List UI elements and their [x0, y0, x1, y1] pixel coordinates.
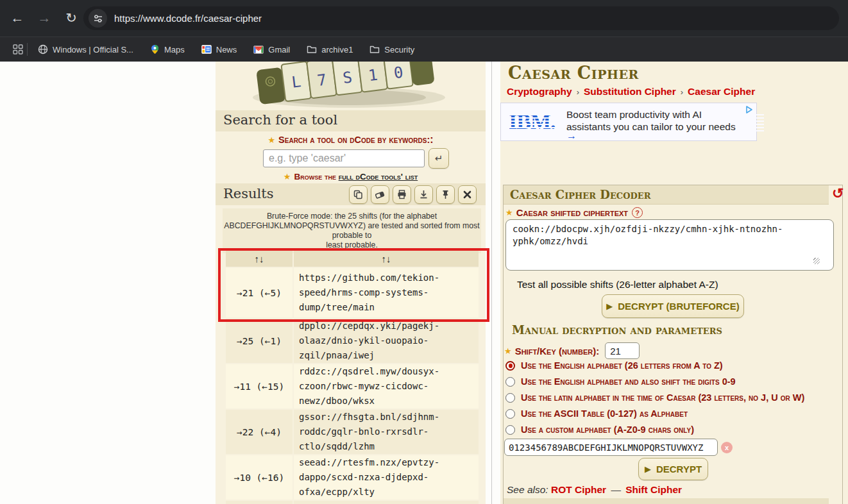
clear-icon[interactable]: x	[721, 442, 733, 453]
bookmark-archive1[interactable]: archive1	[307, 45, 353, 55]
tools-list-link[interactable]: full dCode tools' list	[339, 172, 418, 181]
shift-value: →25 (←1)	[226, 319, 293, 363]
radio-option[interactable]: Use a custom alphabet (A-Z0-9 chars only…	[505, 424, 804, 435]
search-section-header: Search for a tool	[216, 110, 486, 131]
back-icon[interactable]: ←	[8, 8, 27, 28]
bookmark-label: archive1	[321, 45, 353, 55]
radio-label: Use the English alphabet (26 letters fro…	[521, 360, 723, 371]
close-icon	[463, 190, 471, 199]
download-icon	[419, 190, 428, 199]
search-row: ↵	[263, 148, 449, 169]
bookmark-news[interactable]: News	[201, 45, 237, 55]
decoded-text: dpplo://cepdqx.yki/pagekj- olaaz/dnio-yk…	[294, 319, 479, 363]
radio-label: Use the latin alphabet in the time of Ca…	[521, 392, 804, 403]
address-bar[interactable]: https://www.dcode.fr/caesar-cipher	[83, 6, 839, 30]
shift-value: →11 (←15)	[226, 364, 293, 408]
bookmark-label: Gmail	[268, 45, 290, 55]
decrypt-bruteforce-button[interactable]: ▶ DECRYPT (BRUTEFORCE)	[602, 294, 744, 318]
bookmark-label: Security	[384, 45, 414, 55]
site-settings-icon[interactable]	[89, 9, 107, 28]
bookmark-windows[interactable]: Windows | Official S...	[38, 44, 133, 55]
radio-option[interactable]: Use the English alphabet (26 letters fro…	[505, 360, 804, 371]
star-icon: ★	[284, 172, 291, 181]
download-button[interactable]	[414, 185, 433, 204]
see-also-separator: —	[611, 484, 621, 495]
results-section-header: Results	[216, 183, 486, 205]
radio-option[interactable]: Use the latin alphabet in the time of Ca…	[505, 392, 804, 403]
bookmark-security[interactable]: Security	[369, 45, 414, 55]
ciphertext-textarea[interactable]: cookn://bdocpw.xjh/ozfdji-nkzzy/cmhn-xjh…	[505, 219, 834, 271]
bookmarks-separator	[27, 43, 28, 56]
radio-icon[interactable]	[505, 425, 515, 435]
star-icon: ★	[505, 208, 513, 217]
play-icon: ▶	[645, 464, 651, 474]
decoder-header: Caesar Cipher Decoder	[504, 185, 829, 205]
reset-icon[interactable]: ↺	[832, 185, 844, 202]
copy-icon	[353, 190, 363, 199]
breadcrumb-link[interactable]: Caesar Cipher	[688, 86, 755, 97]
breadcrumb-link[interactable]: Cryptography	[507, 86, 572, 97]
radio-selected-icon[interactable]	[505, 361, 515, 371]
decoded-text: pbbxa://oqbpcj.kwu/bmsqwv- axmml/pzua-kw…	[294, 501, 479, 504]
forward-icon[interactable]: →	[35, 8, 54, 28]
ad-arrow-link[interactable]: →	[566, 130, 577, 142]
print-icon	[397, 190, 407, 199]
pin-button[interactable]	[436, 185, 455, 204]
reload-icon[interactable]: ↻	[62, 8, 81, 28]
table-row: →25 (←1) dpplo://cepdqx.yki/pagekj- olaa…	[226, 319, 479, 363]
shift-value: →22 (←4)	[226, 410, 293, 454]
bruteforce-info: Brute-Force mode: the 25 shifts (for the…	[223, 208, 481, 253]
pin-icon	[441, 190, 450, 199]
breadcrumb: Cryptography › Substitution Cipher › Cae…	[507, 86, 755, 97]
caesar-wheel-image: L 7 S 1 0	[233, 62, 464, 109]
url-text[interactable]: https://www.dcode.fr/caesar-cipher	[114, 6, 262, 30]
test-shifts-text: Test all possible shifts (26-letter alph…	[517, 279, 718, 290]
column-divider	[491, 62, 492, 504]
play-icon: ▶	[606, 301, 613, 311]
search-submit-button[interactable]: ↵	[428, 148, 449, 169]
manual-heading: Manual decryption and parameters	[512, 323, 722, 337]
page-title: Caesar Cipher	[508, 63, 639, 83]
shift-key-input[interactable]	[605, 342, 640, 359]
star-icon: ★	[504, 346, 512, 356]
help-icon[interactable]: ?	[632, 207, 643, 218]
custom-alphabet-row: x	[504, 439, 733, 456]
adchoices-icon[interactable]	[745, 105, 754, 114]
table-row: →22 (←4) gssor://fhsgta.bnl/sdjhnm- rodd…	[226, 410, 479, 454]
decoded-text: gssor://fhsgta.bnl/sdjhnm- roddc/gqlr-bn…	[294, 410, 479, 454]
shift-key-row: ★ Shift/Key (number):	[504, 342, 640, 359]
ciphertext-label: Caesar shifted ciphertext	[516, 207, 628, 218]
eraser-button[interactable]	[371, 185, 389, 204]
radio-icon[interactable]	[505, 377, 515, 387]
print-button[interactable]	[393, 185, 411, 204]
apps-grid-icon[interactable]	[13, 44, 23, 55]
alphabet-options: Use the English alphabet (26 letters fro…	[505, 360, 804, 441]
shift-value: →13 (←13)	[226, 501, 293, 504]
browse-row: ★Browse the full dCode tools' list	[216, 172, 486, 181]
ad-text-line1: Boost team productivity with AI	[566, 108, 702, 121]
copy-button[interactable]	[349, 185, 368, 204]
bookmark-gmail[interactable]: Gmail	[253, 45, 290, 55]
decoder-heading: Caesar Cipher Decoder	[510, 188, 651, 201]
resize-handle[interactable]	[813, 258, 820, 264]
search-input[interactable]	[263, 149, 425, 167]
breadcrumb-link[interactable]: Substitution Cipher	[584, 86, 676, 97]
see-also-prefix: See also:	[507, 484, 548, 495]
search-heading: Search for a tool	[216, 110, 486, 128]
search-label-row: ★Search a tool on dCode by keywords::	[216, 134, 486, 146]
bookmark-label: News	[216, 45, 237, 55]
decrypt-button[interactable]: ▶ DECRYPT	[638, 458, 708, 480]
bookmark-label: Windows | Official S...	[53, 45, 133, 55]
ad-banner[interactable]: IBM. Boost team productivity with AI ass…	[500, 103, 757, 141]
radio-icon[interactable]	[505, 409, 515, 419]
rot-cipher-link[interactable]: ROT Cipher	[551, 484, 606, 495]
custom-alphabet-input[interactable]	[504, 439, 718, 456]
shift-cipher-link[interactable]: Shift Cipher	[625, 484, 682, 495]
close-results-button[interactable]	[458, 185, 477, 204]
radio-option[interactable]: Use the ASCII Table (0-127) as Alphabet	[505, 408, 804, 419]
radio-option[interactable]: Use the English alphabet and also shift …	[505, 376, 804, 387]
gmail-icon	[253, 46, 264, 54]
radio-icon[interactable]	[505, 393, 515, 403]
star-icon: ★	[267, 135, 275, 145]
bookmark-maps[interactable]: Maps	[150, 44, 185, 55]
